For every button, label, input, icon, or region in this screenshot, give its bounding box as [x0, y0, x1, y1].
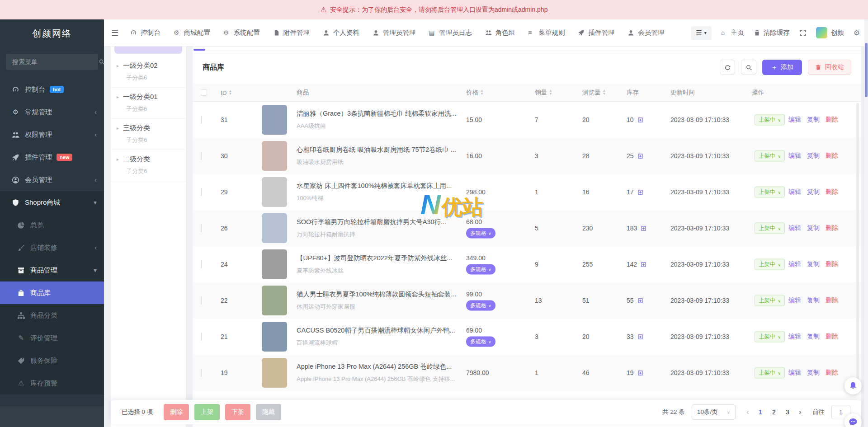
column-header-价格[interactable]: 价格▲▼	[466, 89, 484, 97]
bulk-button-删除[interactable]: 删除	[164, 404, 189, 420]
stock-edit-icon[interactable]	[640, 225, 647, 232]
action-复制[interactable]: 复制	[807, 152, 820, 160]
row-checkbox[interactable]	[201, 296, 202, 305]
multi-spec-badge[interactable]: 多规格∨	[466, 300, 495, 311]
product-thumbnail[interactable]	[262, 286, 287, 315]
action-编辑[interactable]: 编辑	[788, 116, 801, 124]
window-scrollbar[interactable]	[864, 19, 868, 427]
row-checkbox[interactable]	[201, 333, 202, 341]
nav-item-管理员管理[interactable]: 管理员管理	[373, 28, 416, 37]
nav-item-系统配置[interactable]: ⚙系统配置	[223, 28, 260, 37]
multi-spec-badge[interactable]: 多规格∨	[466, 228, 495, 239]
sidebar-item-Shopro商城[interactable]: Shopro商城▾	[0, 191, 104, 214]
clear-cache-button[interactable]: 清除缓存	[754, 28, 790, 37]
product-thumbnail[interactable]	[262, 322, 287, 352]
multi-spec-badge[interactable]: 多规格∨	[466, 337, 495, 347]
product-thumbnail[interactable]	[262, 358, 287, 388]
nav-item-角色组[interactable]: 角色组	[485, 28, 515, 37]
multi-spec-badge[interactable]: 多规格∨	[466, 264, 495, 275]
sidebar-item-会员管理[interactable]: 会员管理‹	[0, 169, 104, 191]
status-badge[interactable]: 上架中∨	[755, 367, 785, 379]
action-复制[interactable]: 复制	[807, 116, 820, 124]
scrollbar-thumb[interactable]	[865, 43, 868, 97]
sort-icon[interactable]: ▲▼	[229, 89, 232, 95]
nav-item-菜单规则[interactable]: ≡菜单规则	[528, 28, 565, 37]
product-thumbnail[interactable]	[262, 213, 287, 243]
action-复制[interactable]: 复制	[807, 224, 820, 232]
sidebar-item-插件管理[interactable]: 插件管理new	[0, 146, 104, 169]
product-thumbnail[interactable]	[262, 141, 287, 171]
action-复制[interactable]: 复制	[807, 188, 820, 196]
action-复制[interactable]: 复制	[807, 369, 820, 377]
user-menu[interactable]: 创颜	[816, 27, 844, 38]
column-header-销量[interactable]: 销量▲▼	[535, 89, 552, 97]
gear-icon[interactable]: ⚙	[854, 29, 860, 37]
status-badge[interactable]: 上架中∨	[755, 223, 785, 234]
row-checkbox[interactable]	[201, 369, 202, 377]
fullscreen-icon[interactable]	[799, 29, 807, 37]
stock-edit-icon[interactable]	[637, 333, 644, 340]
action-编辑[interactable]: 编辑	[788, 260, 801, 268]
nav-item-插件管理[interactable]: 插件管理	[578, 28, 614, 37]
sidebar-item-店铺装修[interactable]: 店铺装修‹	[0, 236, 104, 259]
action-删除[interactable]: 删除	[826, 188, 838, 196]
chevron-right-icon[interactable]: ▸	[117, 94, 119, 99]
action-编辑[interactable]: 编辑	[788, 369, 801, 377]
action-编辑[interactable]: 编辑	[788, 152, 801, 160]
refresh-button[interactable]	[720, 60, 735, 75]
action-复制[interactable]: 复制	[807, 296, 820, 305]
active-tab-indicator[interactable]	[193, 49, 205, 51]
product-thumbnail[interactable]	[262, 177, 287, 207]
row-checkbox[interactable]	[201, 116, 202, 124]
sidebar-item-常规管理[interactable]: ⚙常规管理‹	[0, 101, 104, 123]
row-checkbox[interactable]	[201, 260, 202, 268]
category-selected-pill[interactable]	[114, 47, 182, 54]
sort-icon[interactable]: ▲▼	[549, 89, 552, 95]
nav-item-商城配置[interactable]: ⚙商城配置	[174, 28, 210, 37]
status-badge[interactable]: 上架中∨	[755, 187, 785, 198]
search-button[interactable]	[741, 60, 756, 75]
notification-bell-button[interactable]	[844, 377, 862, 394]
home-button[interactable]: ⌂ 主页	[721, 28, 744, 37]
sidebar-item-服务保障[interactable]: 服务保障	[0, 349, 104, 372]
sidebar-item-评价管理[interactable]: ✎评价管理	[0, 327, 104, 349]
page-number-2[interactable]: 2	[768, 405, 780, 419]
column-header-ID[interactable]: ID▲▼	[221, 89, 232, 96]
menu-search-box[interactable]	[6, 54, 98, 70]
page-size-select[interactable]: 10条/页 ∨	[692, 404, 736, 420]
status-badge[interactable]: 上架中∨	[755, 150, 785, 162]
status-badge[interactable]: 上架中∨	[755, 259, 785, 270]
action-复制[interactable]: 复制	[807, 260, 820, 268]
nav-item-附件管理[interactable]: 附件管理	[273, 28, 310, 37]
page-number-3[interactable]: 3	[781, 405, 794, 419]
category-item[interactable]: ▸一级分类01子分类6	[111, 88, 186, 119]
column-header-浏览量[interactable]: 浏览量▲▼	[582, 89, 606, 97]
row-checkbox[interactable]	[201, 152, 202, 160]
nav-item-控制台[interactable]: 控制台	[130, 28, 160, 37]
product-thumbnail[interactable]	[262, 105, 287, 135]
sidebar-item-商品库[interactable]: 商品库	[0, 282, 104, 304]
table-scrollbar[interactable]	[856, 103, 859, 391]
action-删除[interactable]: 删除	[826, 333, 838, 341]
page-number-1[interactable]: 1	[754, 405, 767, 419]
action-编辑[interactable]: 编辑	[788, 224, 801, 232]
status-badge[interactable]: 上架中∨	[755, 331, 785, 343]
action-删除[interactable]: 删除	[826, 116, 838, 124]
prev-page-arrow[interactable]: ‹	[742, 405, 753, 419]
menu-icon[interactable]: ☰	[111, 29, 118, 37]
sort-icon[interactable]: ▲▼	[603, 89, 606, 95]
chevron-right-icon[interactable]: ▸	[117, 63, 119, 68]
action-删除[interactable]: 删除	[826, 296, 838, 305]
sidebar-item-库存预警[interactable]: ⚠库存预警	[0, 372, 104, 394]
bulk-button-上架[interactable]: 上架	[194, 404, 220, 420]
menu-search-input[interactable]	[11, 58, 95, 66]
action-复制[interactable]: 复制	[807, 333, 820, 341]
product-thumbnail[interactable]	[262, 249, 287, 279]
select-all-checkbox[interactable]	[201, 89, 207, 96]
sidebar-item-商品管理[interactable]: 商品管理▾	[0, 259, 104, 282]
stock-edit-icon[interactable]	[637, 297, 644, 304]
chevron-right-icon[interactable]: ▸	[117, 126, 119, 131]
action-删除[interactable]: 删除	[826, 152, 838, 160]
row-checkbox[interactable]	[201, 188, 202, 196]
add-button[interactable]: ＋ 添加	[762, 60, 802, 75]
